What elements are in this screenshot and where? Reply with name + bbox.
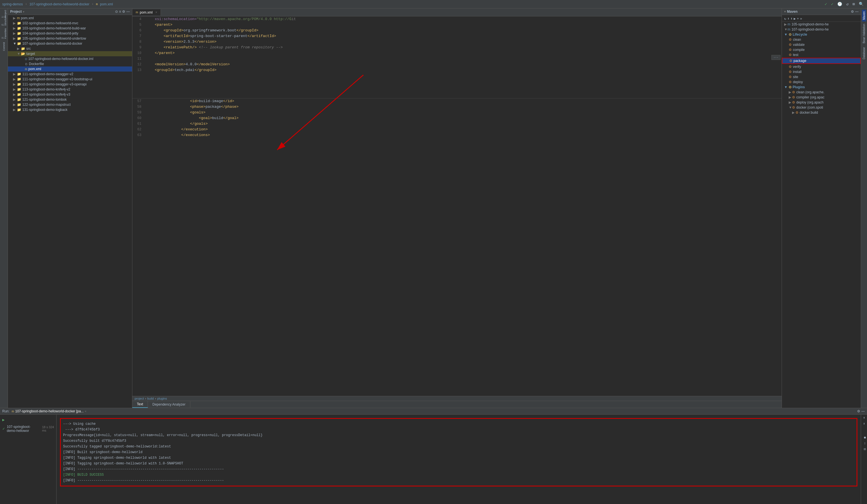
sidebar-item-favorites[interactable]: 2: Favorites [1,31,7,37]
maven-plugin-compiler[interactable]: ▶ ⚙ compiler (org.apac [782,95,861,100]
tree-item-102[interactable]: ▶ 📁 102-springboot-demo-helloworld-mvc [8,21,132,26]
maven-lifecycle-validate[interactable]: ⚙ validate [782,42,861,47]
layout-icon[interactable]: ⊞ [852,1,856,7]
run-settings-icon[interactable]: ⚙ [857,409,860,413]
tree-item-pom-root[interactable]: ▶ m pom.xml [8,15,132,21]
right-tab-bean[interactable]: Bean Validation [862,22,866,45]
check-icon-2[interactable]: ✓ [830,1,834,7]
tree-label: 111-springboot-demo-swagger-v2 [22,72,73,76]
breadcrumb-pom[interactable]: pom.xml [100,2,113,6]
editor-content-bottom[interactable]: 57 <id>build-image</id> 58 <phase>packag… [132,98,782,396]
maven-reimport-icon[interactable]: ⬇ [787,17,789,21]
locate-icon[interactable]: ⊙ [115,10,118,13]
maven-add-icon[interactable]: + [797,17,799,21]
undo-icon[interactable]: ↺ [845,1,849,7]
maven-lifecycle-clean[interactable]: ⚙ clean [782,37,861,42]
maven-download-icon[interactable]: ⬇ [790,17,792,21]
collapse-icon[interactable]: ≡ [119,10,121,13]
maven-lifecycle-package[interactable]: ⚙ package [782,58,861,64]
run-tab-close-btn[interactable]: × [85,410,87,413]
breadcrumb-docker[interactable]: 107-springboot-demo-helloworld-docker [29,2,89,6]
tab-dependency-analyzer[interactable]: Dependency Analyzer [148,401,190,408]
maven-more-icon[interactable]: » [800,17,802,21]
pom-tab-close[interactable]: × [156,11,157,14]
panel-header-icons: ⊙ ≡ ⚙ — [115,10,130,13]
maven-minimize-icon[interactable]: — [855,10,858,13]
tree-label: pom.xml [28,67,41,71]
console-area: ---> Using cache ---> d7f8c4745bf3 Progr… [56,415,861,504]
maven-item-105[interactable]: ▶ m 105-springboot-demo-he [782,22,861,27]
editor-content-top[interactable]: 4 xsi:schemaLocation="http://maven.apach… [132,17,782,98]
settings-icon[interactable]: ⚙ [122,10,125,13]
project-panel-header: Project ▾ ⊙ ≡ ⚙ — [8,9,132,15]
tree-item-121[interactable]: ▶ 📁 121-springboot-demo-lombok [8,97,132,102]
tree-item-111-v3[interactable]: ▶ 📁 111-springboot-demo-swagger-v3-opena… [8,82,132,87]
run-minimize-icon[interactable]: — [861,409,865,413]
tree-item-iml[interactable]: ⊡ 107-springboot-demo-helloworld-docker.… [8,56,132,61]
folder-icon: 📁 [17,31,21,35]
code-line-60: 60 <goal>build</goal> [132,115,782,121]
tree-item-111-v2[interactable]: ▶ 📁 111-springboot-demo-swagger-v2 [8,72,132,77]
maven-item-107[interactable]: ▼ m 107-springboot-demo-he [782,27,861,32]
tree-item-103[interactable]: ▶ 📁 103-springboot-demo-helloworld-build… [8,26,132,31]
check-icon-1[interactable]: ✓ [823,1,828,7]
maven-plugin-deploy[interactable]: ▶ ⚙ deploy (org.apach [782,100,861,105]
tree-item-target[interactable]: ▼ 📂 target [8,51,132,56]
tree-label: 105-springboot-demo-helloworld-undertow [22,36,86,41]
folder-icon: 📁 [17,87,21,92]
maven-plugin-docker-build[interactable]: ▶ ⚙ docker:build [782,110,861,115]
right-tab-maven[interactable]: Maven [862,10,866,21]
clock-icon[interactable]: 🕐 [836,1,843,7]
maven-plugins-section[interactable]: ▼ ⊙ Plugins [782,85,861,90]
play-icon: ▶ [2,417,4,422]
gear-icon-package: ⚙ [789,59,792,63]
breadcrumb-spring-demos[interactable]: spring-demos [2,2,23,6]
code-line-4: 4 xsi:schemaLocation="http://maven.apach… [132,17,782,22]
maven-lifecycle-deploy[interactable]: ⚙ deploy [782,79,861,85]
maven-lifecycle-verify[interactable]: ⚙ verify [782,64,861,69]
run-scroll-up-icon[interactable]: ⬆ [863,416,865,420]
maven-run-icon[interactable]: ▶ [794,17,796,21]
fold-marker[interactable]: ··· [771,55,780,60]
maven-lifecycle-install[interactable]: ⚙ install [782,69,861,74]
breadcrumb-project[interactable]: project [135,397,144,400]
maven-lifecycle-site[interactable]: ⚙ site [782,74,861,79]
maven-refresh-icon[interactable]: ↻ [784,17,786,21]
tree-item-113-v3[interactable]: ▶ 📁 113-springboot-demo-knife4j-v3 [8,92,132,97]
run-tab-main[interactable]: m 107-springboot-demo-helloworld-docker … [12,409,86,413]
tree-arrow: ▶ [13,16,17,20]
run-scroll-down-icon[interactable]: ⬇ [863,422,865,426]
tree-item-src[interactable]: ▶ 📁 src [8,46,132,51]
minimize-icon[interactable]: — [126,10,130,13]
search-icon[interactable]: 🔍 [858,1,865,7]
right-tab-database[interactable]: Database [862,45,866,61]
tree-item-dockerfile[interactable]: 🗋 Dockerfile [8,61,132,66]
maven-project-icon-105: m [788,22,790,26]
breadcrumb-build[interactable]: build [147,397,154,400]
run-item-main[interactable]: ✓ 107-springboot-demo-hellowor 18 s 324 … [0,424,56,433]
maven-header-icons: ⚙ — [851,10,858,13]
breadcrumb-plugins[interactable]: plugins [157,397,167,400]
editor-tab-pom[interactable]: m pom.xml × [132,9,161,15]
tree-arrow: ▶ [13,72,17,76]
maven-plugin-docker[interactable]: ▼ ⚙ docker (com.spoti [782,105,861,110]
maven-lifecycle-section[interactable]: ▼ ⊙ Lifecycle [782,32,861,37]
tree-item-111-v2-boot[interactable]: ▶ 📁 111-springboot-demo-swagger-v2-boots… [8,77,132,82]
maven-lifecycle-arrow: ▼ [784,33,788,36]
tree-item-131[interactable]: ▶ 📁 131-springboot-demo-logback [8,107,132,112]
tree-arrow: ▶ [13,93,17,96]
tree-item-107[interactable]: ▼ 📁 107-springboot-demo-helloworld-docke… [8,41,132,46]
tree-item-pom-selected[interactable]: m pom.xml [8,66,132,72]
maven-plugin-clean[interactable]: ▶ ⚙ clean (org.apache. [782,90,861,95]
sidebar-item-structure[interactable]: Z: Structure [1,18,7,24]
maven-lifecycle-compile[interactable]: ⚙ compile [782,47,861,52]
tree-item-104[interactable]: ▶ 📁 104-springboot-demo-helloworld-jetty [8,31,132,36]
tree-item-113-v2[interactable]: ▶ 📁 113-springboot-demo-knife4j-v2 [8,87,132,92]
tab-text[interactable]: Text [132,401,148,408]
sidebar-item-commit[interactable]: Commit [1,44,7,50]
run-play-btn[interactable]: ▶ [0,417,56,423]
maven-lifecycle-test[interactable]: ⚙ test [782,52,861,57]
tree-item-105[interactable]: ▶ 📁 105-springboot-demo-helloworld-under… [8,36,132,41]
maven-settings-icon[interactable]: ⚙ [851,10,854,13]
tree-item-122[interactable]: ▶ 📁 122-springboot-demo-mapstruct [8,102,132,107]
